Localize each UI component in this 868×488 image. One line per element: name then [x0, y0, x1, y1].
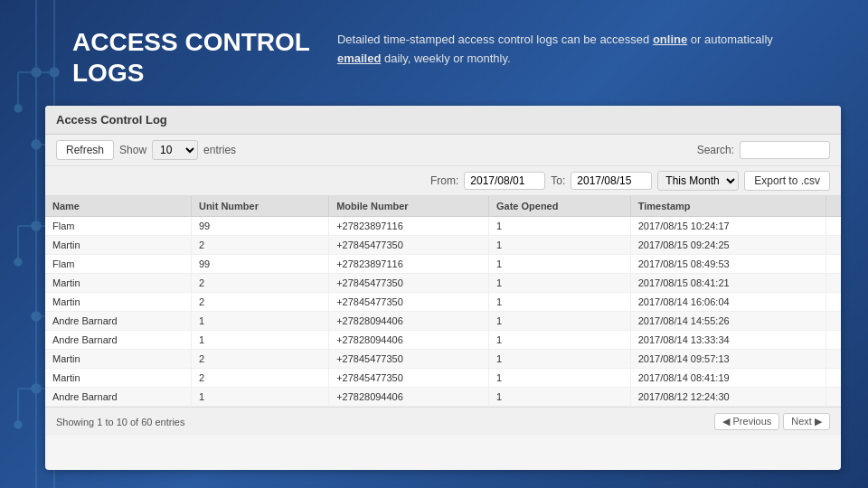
table-cell: 1 [488, 255, 630, 274]
table-cell: 2017/08/14 08:41:19 [630, 369, 826, 388]
table-footer: Showing 1 to 10 of 60 entries ◀ Previous… [45, 407, 841, 436]
col-name: Name [45, 196, 191, 217]
table-row: Martin2+2784547735012017/08/14 08:41:19 [45, 369, 841, 388]
table-cell-extra [826, 312, 842, 331]
entries-label: entries [203, 144, 236, 156]
table-cell: 1 [191, 388, 328, 407]
show-select[interactable]: 10 25 50 100 [152, 140, 198, 160]
table-cell: 1 [488, 236, 630, 255]
table-cell: +27845477350 [329, 274, 489, 293]
table-row: Martin2+2784547735012017/08/15 08:41:21 [45, 274, 841, 293]
table-cell: 2017/08/15 10:24:17 [630, 217, 826, 236]
table-body: Flam99+2782389711612017/08/15 10:24:17Ma… [45, 217, 841, 407]
table-cell: 2017/08/14 16:06:04 [630, 293, 826, 312]
table-cell: Martin [45, 293, 191, 312]
table-cell: 1 [488, 388, 630, 407]
table-cell: Martin [45, 274, 191, 293]
table-cell-extra [826, 293, 842, 312]
table-row: Flam99+2782389711612017/08/15 08:49:53 [45, 255, 841, 274]
table-cell: Flam [45, 255, 191, 274]
table-cell-extra [826, 369, 842, 388]
table-cell: 2 [191, 293, 328, 312]
col-mobile: Mobile Number [329, 196, 489, 217]
table-cell: 1 [191, 312, 328, 331]
table-cell-extra [826, 350, 842, 369]
table-card: Access Control Log Refresh Show 10 25 50… [45, 106, 841, 470]
toolbar-right: Search: [697, 141, 830, 159]
table-cell: 2017/08/12 12:24:30 [630, 388, 826, 407]
table-cell: 1 [488, 274, 630, 293]
table-cell: +27845477350 [329, 369, 489, 388]
table-wrapper: Name Unit Number Mobile Number Gate Open… [45, 196, 841, 407]
table-header-row: Name Unit Number Mobile Number Gate Open… [45, 196, 841, 217]
table-cell: 1 [191, 331, 328, 350]
card-header: Access Control Log [45, 106, 841, 135]
table-cell: +27823897116 [329, 217, 489, 236]
table-cell: Andre Barnard [45, 331, 191, 350]
month-select[interactable]: This Month Last Month Custom [657, 171, 739, 191]
table-cell: 2 [191, 274, 328, 293]
page-title: ACCESS CONTROL LOGS [72, 27, 310, 88]
table-cell: Martin [45, 350, 191, 369]
table-cell: 1 [488, 217, 630, 236]
table-cell: +27845477350 [329, 293, 489, 312]
table-cell: Martin [45, 369, 191, 388]
from-label: From: [430, 174, 458, 187]
table-cell: Martin [45, 236, 191, 255]
table-cell: 2 [191, 350, 328, 369]
header-section: ACCESS CONTROL LOGS Detailed time-stampe… [0, 0, 868, 97]
title-block: ACCESS CONTROL LOGS [72, 27, 310, 88]
description-block: Detailed time-stamped access control log… [337, 27, 789, 69]
toolbar-left: Refresh Show 10 25 50 100 entries [56, 140, 690, 160]
table-row: Flam99+2782389711612017/08/15 10:24:17 [45, 217, 841, 236]
table-cell: 2017/08/15 09:24:25 [630, 236, 826, 255]
col-timestamp: Timestamp [630, 196, 826, 217]
showing-text: Showing 1 to 10 of 60 entries [56, 417, 184, 427]
table-cell: 2017/08/15 08:49:53 [630, 255, 826, 274]
table-cell-extra [826, 388, 842, 407]
table-row: Martin2+2784547735012017/08/15 09:24:25 [45, 236, 841, 255]
online-text: online [653, 33, 687, 46]
table-cell: +27845477350 [329, 350, 489, 369]
toolbar: Refresh Show 10 25 50 100 entries Search… [45, 135, 841, 166]
table-row: Andre Barnard1+2782809440612017/08/14 13… [45, 331, 841, 350]
search-input[interactable] [740, 141, 830, 159]
content-wrapper: ACCESS CONTROL LOGS Detailed time-stampe… [0, 0, 868, 488]
filter-row: From: To: This Month Last Month Custom E… [45, 166, 841, 196]
emailed-text: emailed [337, 52, 381, 65]
table-cell: 1 [488, 350, 630, 369]
export-button[interactable]: Export to .csv [744, 171, 830, 191]
table-cell: Andre Barnard [45, 388, 191, 407]
table-cell: 1 [488, 369, 630, 388]
table-cell: +27828094406 [329, 388, 489, 407]
prev-button[interactable]: ◀ Previous [714, 413, 779, 430]
table-cell: 2017/08/14 13:33:34 [630, 331, 826, 350]
table-cell: Flam [45, 217, 191, 236]
col-actions [826, 196, 842, 217]
table-cell: 2017/08/14 09:57:13 [630, 350, 826, 369]
show-label: Show [119, 144, 146, 156]
to-label: To: [551, 174, 565, 187]
table-cell: 1 [488, 293, 630, 312]
data-table: Name Unit Number Mobile Number Gate Open… [45, 196, 841, 407]
table-cell: 1 [488, 331, 630, 350]
table-cell: Andre Barnard [45, 312, 191, 331]
table-row: Martin2+2784547735012017/08/14 09:57:13 [45, 350, 841, 369]
table-cell-extra [826, 255, 842, 274]
table-cell: 2 [191, 369, 328, 388]
table-cell-extra [826, 236, 842, 255]
to-date-input[interactable] [571, 172, 652, 190]
table-cell: 1 [488, 312, 630, 331]
table-cell: +27845477350 [329, 236, 489, 255]
from-date-input[interactable] [464, 172, 545, 190]
refresh-button[interactable]: Refresh [56, 140, 114, 160]
table-cell: +27828094406 [329, 331, 489, 350]
table-cell: +27823897116 [329, 255, 489, 274]
col-unit: Unit Number [191, 196, 328, 217]
table-head: Name Unit Number Mobile Number Gate Open… [45, 196, 841, 217]
table-cell: +27828094406 [329, 312, 489, 331]
table-cell: 2017/08/15 08:41:21 [630, 274, 826, 293]
next-button[interactable]: Next ▶ [783, 413, 830, 430]
table-cell: 2017/08/14 14:55:26 [630, 312, 826, 331]
table-cell: 2 [191, 236, 328, 255]
